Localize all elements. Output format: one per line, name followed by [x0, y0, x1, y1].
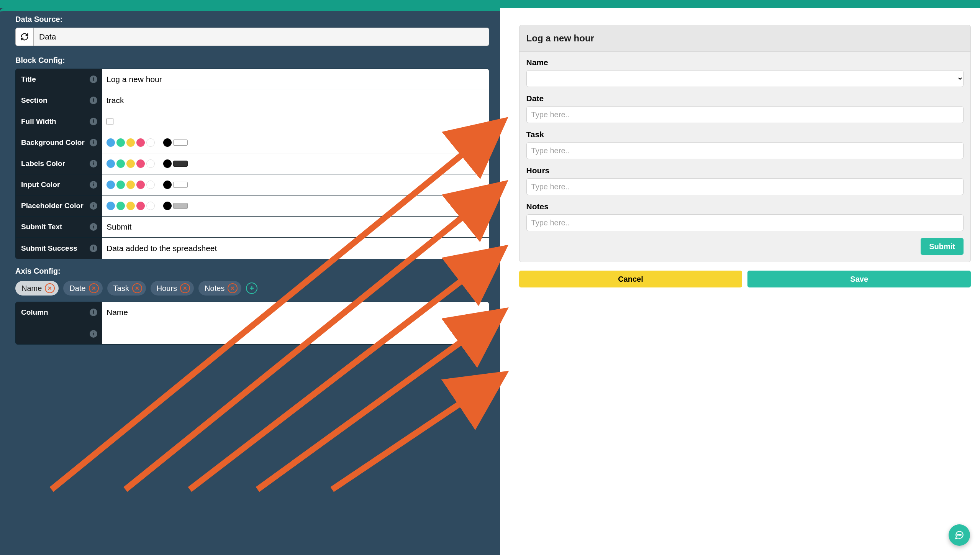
bg-color-palette [107, 138, 188, 147]
swatch-yellow[interactable] [126, 138, 135, 147]
axis-chip-name[interactable]: Name✕ [15, 281, 59, 296]
submit-text-label: Submit Texti [16, 217, 102, 237]
color-hex-input[interactable] [173, 140, 188, 146]
chip-label: Date [69, 284, 85, 293]
svg-point-7 [960, 534, 961, 535]
submit-button[interactable]: Submit [921, 238, 964, 255]
svg-point-6 [959, 534, 960, 535]
full-width-label: Full Widthi [16, 111, 102, 132]
config-panel: Data Source: Block Config: Titlei Sectio… [0, 8, 500, 555]
axis-config-label: Axis Config: [15, 267, 489, 276]
column-input[interactable] [107, 308, 484, 317]
swatch-blue[interactable] [107, 159, 115, 168]
notes-input[interactable] [526, 214, 964, 231]
chip-label: Name [21, 284, 42, 293]
field-label: Name [526, 58, 964, 67]
hours-input[interactable] [526, 178, 964, 195]
info-icon[interactable]: i [90, 118, 97, 125]
chat-fab[interactable] [949, 524, 970, 546]
input-color-label: Input Colori [16, 174, 102, 195]
swatch-pink[interactable] [136, 138, 145, 147]
cancel-button[interactable]: Cancel [519, 271, 742, 287]
chip-label: Hours [157, 284, 177, 293]
form-field-task: Task [526, 130, 964, 159]
swatch-white[interactable] [146, 138, 155, 147]
info-icon[interactable]: i [90, 181, 97, 189]
swatch-black[interactable] [163, 202, 172, 210]
remove-icon[interactable]: ✕ [132, 283, 142, 293]
swatch-pink[interactable] [136, 159, 145, 168]
swatch-green[interactable] [116, 138, 125, 147]
swatch-green[interactable] [116, 202, 125, 210]
save-button[interactable]: Save [747, 271, 971, 287]
swatch-blue[interactable] [107, 202, 115, 210]
form-field-hours: Hours [526, 166, 964, 195]
full-width-checkbox[interactable] [107, 118, 113, 125]
remove-icon[interactable]: ✕ [228, 283, 238, 293]
swatch-blue[interactable] [107, 181, 115, 189]
swatch-black[interactable] [163, 159, 172, 168]
color-hex-input[interactable] [173, 203, 188, 209]
refresh-button[interactable] [15, 28, 34, 46]
title-input[interactable] [107, 75, 484, 84]
remove-icon[interactable]: ✕ [45, 283, 55, 293]
swatch-pink[interactable] [136, 202, 145, 210]
info-icon[interactable]: i [90, 160, 97, 167]
form-field-date: Date [526, 94, 964, 123]
swatch-black[interactable] [163, 138, 172, 147]
axis-chip-hours[interactable]: Hours✕ [151, 281, 194, 296]
info-icon[interactable]: i [90, 97, 97, 104]
axis-chip-task[interactable]: Task✕ [107, 281, 146, 296]
swatch-white[interactable] [146, 202, 155, 210]
axis-chip-notes[interactable]: Notes✕ [198, 281, 241, 296]
field-label: Hours [526, 166, 964, 175]
color-hex-input[interactable] [173, 161, 188, 167]
chat-icon [954, 530, 964, 540]
data-source-label: Data Source: [15, 15, 489, 24]
chip-label: Task [113, 284, 129, 293]
type-label: i [16, 323, 102, 344]
bg-color-label: Background Colori [16, 132, 102, 153]
top-bar [0, 0, 980, 8]
axis-chip-date[interactable]: Date✕ [63, 281, 102, 296]
placeholder-color-palette [107, 202, 188, 210]
refresh-icon [20, 33, 29, 41]
swatch-yellow[interactable] [126, 202, 135, 210]
submit-success-input[interactable] [107, 244, 484, 253]
block-config-table: Titlei Sectioni Full Widthi Background C… [15, 69, 489, 259]
swatch-blue[interactable] [107, 138, 115, 147]
swatch-green[interactable] [116, 181, 125, 189]
form-field-name: Name [526, 58, 964, 87]
task-input[interactable] [526, 142, 964, 159]
info-icon[interactable]: i [90, 139, 97, 146]
field-label: Notes [526, 202, 964, 211]
add-axis-button[interactable]: + [246, 282, 257, 294]
name-input[interactable] [526, 70, 964, 87]
swatch-pink[interactable] [136, 181, 145, 189]
remove-icon[interactable]: ✕ [180, 283, 190, 293]
form-field-notes: Notes [526, 202, 964, 231]
date-input[interactable] [526, 106, 964, 123]
labels-color-palette [107, 159, 188, 168]
remove-icon[interactable]: ✕ [89, 283, 99, 293]
info-icon[interactable]: i [90, 202, 97, 210]
swatch-green[interactable] [116, 159, 125, 168]
swatch-yellow[interactable] [126, 159, 135, 168]
section-input[interactable] [107, 96, 484, 105]
info-icon[interactable]: i [90, 223, 97, 231]
swatch-white[interactable] [146, 159, 155, 168]
axis-chips: Name✕Date✕Task✕Hours✕Notes✕+ [15, 281, 489, 296]
field-label: Task [526, 130, 964, 139]
color-hex-input[interactable] [173, 182, 188, 188]
swatch-black[interactable] [163, 181, 172, 189]
data-source-input[interactable] [34, 28, 489, 46]
svg-point-5 [957, 534, 958, 535]
swatch-white[interactable] [146, 181, 155, 189]
submit-text-input[interactable] [107, 222, 484, 232]
info-icon[interactable]: i [90, 330, 97, 338]
form-card: Log a new hour NameDateTaskHoursNotes Su… [519, 25, 971, 262]
info-icon[interactable]: i [90, 245, 97, 252]
info-icon[interactable]: i [90, 76, 97, 83]
info-icon[interactable]: i [90, 309, 97, 316]
swatch-yellow[interactable] [126, 181, 135, 189]
